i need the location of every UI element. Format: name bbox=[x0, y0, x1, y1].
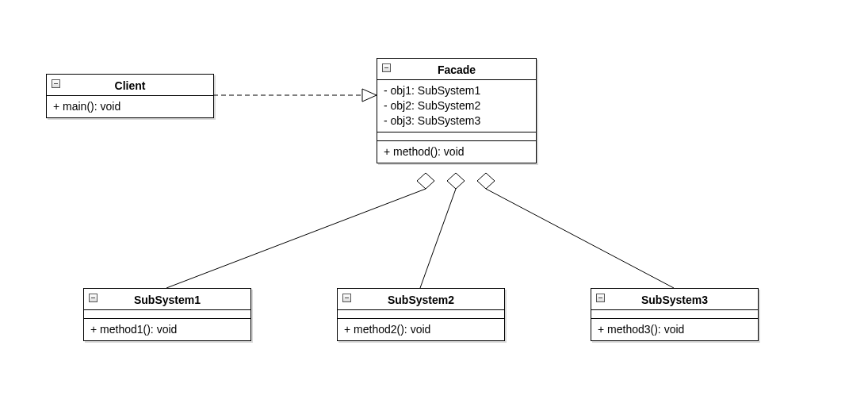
class-subsystem3-methods: + method3(): void bbox=[591, 319, 758, 340]
method-row: + method(): void bbox=[384, 144, 530, 159]
collapse-icon[interactable] bbox=[89, 294, 98, 302]
class-subsystem2[interactable]: SubSystem2 + method2(): void bbox=[337, 288, 505, 341]
collapse-icon[interactable] bbox=[52, 79, 60, 88]
collapse-icon[interactable] bbox=[342, 294, 351, 302]
class-client[interactable]: Client + main(): void bbox=[46, 74, 214, 118]
method-row: + method3(): void bbox=[598, 322, 751, 337]
class-subsystem2-empty-section bbox=[338, 310, 504, 319]
class-facade-attributes: - obj1: SubSystem1 - obj2: SubSystem2 - … bbox=[377, 80, 536, 132]
attribute-row: - obj2: SubSystem2 bbox=[384, 98, 530, 113]
aggregation-line-sub1 bbox=[166, 189, 426, 288]
class-subsystem3-title: SubSystem3 bbox=[591, 289, 758, 310]
collapse-icon[interactable] bbox=[596, 294, 605, 302]
method-row: + method2(): void bbox=[344, 322, 498, 337]
aggregation-diamond-center bbox=[447, 173, 465, 189]
class-name: SubSystem2 bbox=[388, 294, 454, 306]
class-client-methods: + main(): void bbox=[47, 96, 213, 117]
class-name: SubSystem3 bbox=[641, 294, 708, 306]
class-name: SubSystem1 bbox=[134, 294, 201, 306]
aggregation-diamond-right bbox=[477, 173, 495, 189]
class-facade[interactable]: Facade - obj1: SubSystem1 - obj2: SubSys… bbox=[377, 58, 537, 163]
aggregation-diamond-left bbox=[417, 173, 434, 189]
method-row: + method1(): void bbox=[90, 322, 244, 337]
class-subsystem1-title: SubSystem1 bbox=[84, 289, 250, 310]
class-name: Facade bbox=[438, 63, 476, 76]
class-client-title: Client bbox=[47, 75, 213, 96]
aggregation-line-sub3 bbox=[486, 189, 674, 288]
class-subsystem2-title: SubSystem2 bbox=[338, 289, 504, 310]
class-facade-methods: + method(): void bbox=[377, 141, 536, 163]
dependency-open-triangle bbox=[362, 89, 377, 102]
aggregation-line-sub2 bbox=[420, 189, 456, 288]
class-subsystem1-empty-section bbox=[84, 310, 250, 319]
class-subsystem2-methods: + method2(): void bbox=[338, 319, 504, 340]
collapse-icon[interactable] bbox=[382, 63, 391, 72]
class-subsystem3[interactable]: SubSystem3 + method3(): void bbox=[591, 288, 759, 341]
class-facade-title: Facade bbox=[377, 59, 536, 80]
class-facade-empty-section bbox=[377, 132, 536, 141]
class-name: Client bbox=[115, 79, 146, 92]
method-row: + main(): void bbox=[53, 99, 207, 114]
attribute-row: - obj1: SubSystem1 bbox=[384, 83, 530, 98]
class-subsystem3-empty-section bbox=[591, 310, 758, 319]
attribute-row: - obj3: SubSystem3 bbox=[384, 113, 530, 129]
class-subsystem1[interactable]: SubSystem1 + method1(): void bbox=[83, 288, 251, 341]
class-subsystem1-methods: + method1(): void bbox=[84, 319, 250, 340]
